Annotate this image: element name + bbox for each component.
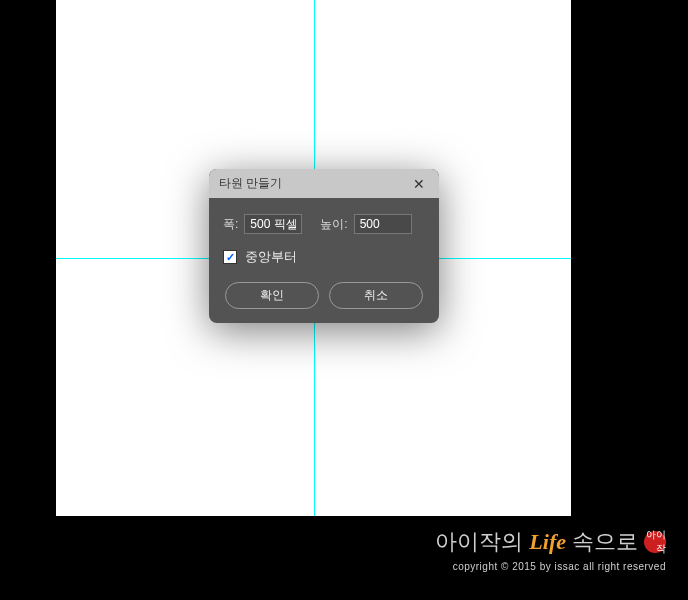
ok-button[interactable]: 확인 — [225, 282, 319, 309]
dimension-fields: 폭: 높이: — [223, 214, 425, 234]
copyright: copyright © 2015 by issac all right rese… — [435, 561, 666, 572]
width-label: 폭: — [223, 216, 238, 233]
watermark-accent: Life — [529, 529, 566, 555]
from-center-label: 중앙부터 — [245, 248, 297, 266]
stamp-icon: 아이작 — [644, 531, 666, 553]
dialog-buttons: 확인 취소 — [223, 282, 425, 309]
height-input[interactable] — [354, 214, 412, 234]
width-input[interactable] — [244, 214, 302, 234]
watermark-part1: 아이작의 — [435, 527, 523, 557]
from-center-row: ✓ 중앙부터 — [223, 248, 425, 266]
dialog-title: 타원 만들기 — [219, 175, 282, 192]
watermark-main: 아이작의 Life 속으로 아이작 — [435, 527, 666, 557]
dialog-body: 폭: 높이: ✓ 중앙부터 확인 취소 — [209, 198, 439, 323]
watermark-part2: 속으로 — [572, 527, 638, 557]
from-center-checkbox[interactable]: ✓ — [223, 250, 237, 264]
watermark: 아이작의 Life 속으로 아이작 copyright © 2015 by is… — [435, 527, 666, 572]
dialog-titlebar[interactable]: 타원 만들기 ✕ — [209, 169, 439, 198]
height-label: 높이: — [320, 216, 347, 233]
create-ellipse-dialog: 타원 만들기 ✕ 폭: 높이: ✓ 중앙부터 확인 취소 — [209, 169, 439, 323]
close-icon[interactable]: ✕ — [409, 176, 429, 192]
cancel-button[interactable]: 취소 — [329, 282, 423, 309]
